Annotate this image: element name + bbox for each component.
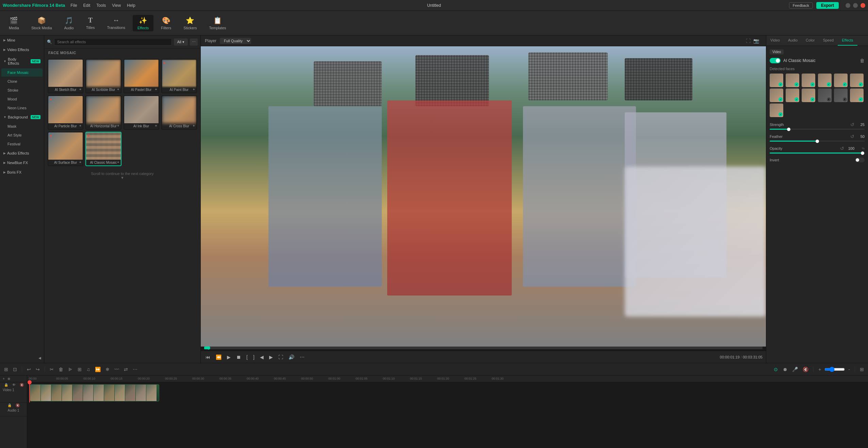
face-thumb-2[interactable]: ✓ <box>786 74 799 87</box>
tl-voiceover-button[interactable]: 🎤 <box>791 366 799 373</box>
preview-progress-bar[interactable] <box>204 347 763 349</box>
face-thumb-4[interactable]: ✓ <box>818 74 832 87</box>
effect-card-particle-blur[interactable]: AI Particle Blur ♥ + <box>48 95 83 130</box>
filter-all-button[interactable]: All ▾ <box>174 38 188 46</box>
face-thumb-6[interactable]: ✓ <box>850 74 864 87</box>
export-button[interactable]: Export <box>816 2 839 9</box>
tab-speed[interactable]: Speed <box>819 35 838 46</box>
face-thumb-1[interactable]: ✓ <box>770 74 783 87</box>
tl-reverse-button[interactable]: ⇄ <box>122 366 129 373</box>
tab-audio[interactable]: Audio <box>784 35 802 46</box>
stop-button[interactable]: ⏹ <box>235 354 242 361</box>
tl-video-mute-button[interactable]: 🔇 <box>18 382 25 387</box>
effect-card-sketch-blur[interactable]: AI Sketch Blur + <box>48 59 83 93</box>
tl-motion-button[interactable]: 〰 <box>113 366 120 373</box>
face-thumb-8[interactable]: ✓ <box>786 89 799 102</box>
feather-reset-button[interactable]: ↺ <box>850 134 854 139</box>
mark-out-button[interactable]: ] <box>252 354 256 361</box>
tl-audio-lock-button[interactable]: 🔒 <box>6 403 13 408</box>
tool-media[interactable]: 🎬 Media <box>4 15 24 31</box>
effect-card-horizontal-blur[interactable]: AI Horizontal Blur + <box>85 95 121 130</box>
tl-zoom-out-button[interactable]: - <box>847 366 851 373</box>
tl-add-track-button[interactable]: ⊞ <box>3 366 10 373</box>
feedback-button[interactable]: Feedback <box>789 2 813 9</box>
fullscreen-icon[interactable]: ⛶ <box>746 38 751 44</box>
play-button[interactable]: ▶ <box>226 354 232 361</box>
tl-zoom-in-button[interactable]: + <box>817 366 822 373</box>
mark-in-button[interactable]: [ <box>245 354 249 361</box>
tool-effects[interactable]: ✨ Effects <box>133 15 153 31</box>
section-newblue-fx[interactable]: ▶ NewBlue FX <box>0 158 44 167</box>
section-mine[interactable]: ▶ Mine <box>0 35 44 45</box>
menu-tools[interactable]: Tools <box>96 3 106 8</box>
tl-video-visible-button[interactable]: 👁 <box>11 382 17 387</box>
effects-more-button[interactable]: ⋯ <box>190 38 198 46</box>
effect-card-cross-blur[interactable]: AI Cross Blur + <box>161 95 197 130</box>
tool-stickers[interactable]: ⭐ Stickers <box>179 15 201 31</box>
face-thumb-3[interactable]: ✓ <box>802 74 815 87</box>
tool-stock-media[interactable]: 📦 Stock Media <box>27 15 57 31</box>
snapshot-icon[interactable]: 📷 <box>753 38 759 44</box>
next-frame-button[interactable]: ▶ <box>268 354 274 361</box>
video-clip-1[interactable] <box>30 384 159 401</box>
effect-card-surface-blur[interactable]: AI Surface Blur ♥ + <box>48 132 83 166</box>
panel-item-art-style[interactable]: Art Style <box>1 131 43 139</box>
tl-more-button[interactable]: ⋯ <box>131 366 139 373</box>
face-thumb-9[interactable]: ✓ <box>802 89 815 102</box>
face-thumb-12[interactable]: ✓ <box>850 89 864 102</box>
panel-item-stroke[interactable]: Stroke <box>1 86 43 94</box>
opacity-reset-button[interactable]: ↺ <box>840 146 844 151</box>
tl-crop-button[interactable]: ⊞ <box>76 366 83 373</box>
collapse-left-panel-button[interactable]: ◀ <box>38 356 41 360</box>
strength-track[interactable] <box>770 129 865 130</box>
strength-thumb[interactable] <box>787 128 790 131</box>
menu-file[interactable]: File <box>70 3 77 8</box>
quality-select[interactable]: Full Quality 1/2 Quality 1/4 Quality <box>220 38 251 44</box>
tab-color[interactable]: Color <box>802 35 819 46</box>
step-back-button[interactable]: ⏪ <box>214 354 223 361</box>
tl-cut-button[interactable]: ✂ <box>48 366 55 373</box>
volume-button[interactable]: 🔊 <box>287 354 296 361</box>
section-video-effects[interactable]: ▶ Video Effects <box>0 45 44 54</box>
section-body-effects[interactable]: ▼ Body Effects NEW <box>0 54 44 68</box>
more-preview-button[interactable]: ⋯ <box>298 354 306 361</box>
face-thumb-11[interactable]: ✗ <box>834 89 848 102</box>
tl-group-button[interactable]: ⊡ <box>12 366 18 373</box>
tl-zoom-slider[interactable] <box>824 367 845 372</box>
effect-card-ink-blur[interactable]: AI Ink Blur + <box>124 95 159 130</box>
tl-split-button[interactable]: ⫸ <box>67 366 74 373</box>
tab-effects[interactable]: Effects <box>838 35 857 46</box>
tool-transitions[interactable]: ↔ Transitions <box>102 15 130 31</box>
tl-video-lock-button[interactable]: 🔒 <box>3 382 10 387</box>
section-boris-fx[interactable]: ▶ Boris FX <box>0 167 44 177</box>
menu-help[interactable]: Help <box>127 3 135 8</box>
tl-freeze-button[interactable]: ❄ <box>104 366 111 373</box>
tool-audio[interactable]: 🎵 Audio <box>60 15 79 31</box>
invert-toggle[interactable] <box>855 158 865 162</box>
section-audio-effects[interactable]: ▶ Audio Effects <box>0 148 44 158</box>
effect-card-pastel-blur[interactable]: AI Pastel Blur + <box>124 59 159 93</box>
panel-item-festival[interactable]: Festival <box>1 140 43 148</box>
effect-card-paint-blur[interactable]: AI Paint Blur ♥ + <box>161 59 197 93</box>
feather-track[interactable] <box>770 141 865 142</box>
panel-item-face-mosaic[interactable]: Face Mosaic <box>1 68 43 77</box>
delete-effect-button[interactable]: 🗑 <box>860 58 865 63</box>
minimize-button[interactable] <box>846 3 850 8</box>
menu-view[interactable]: View <box>112 3 121 8</box>
tl-grid-button[interactable]: ⊞ <box>858 366 865 373</box>
effects-search-input[interactable] <box>54 38 172 46</box>
opacity-thumb[interactable] <box>861 151 864 155</box>
skip-back-button[interactable]: ⏮ <box>204 354 212 361</box>
panel-item-mask[interactable]: Mask <box>1 122 43 130</box>
tl-record-button[interactable]: ⏺ <box>781 366 789 373</box>
close-button[interactable] <box>861 3 865 8</box>
tl-audio-mute-button[interactable]: 🔇 <box>14 403 21 408</box>
effect-card-scribble-blur[interactable]: AI Scribble Blur + <box>85 59 121 93</box>
tl-add-video-button[interactable]: + <box>1 376 6 381</box>
section-background[interactable]: ▼ Background NEW <box>0 112 44 122</box>
tool-filters[interactable]: 🎨 Filters <box>156 15 176 31</box>
tl-speed-button[interactable]: ⏩ <box>94 366 102 373</box>
face-thumb-7[interactable]: ✓ <box>770 89 783 102</box>
tl-add-video2-button[interactable]: ⊕ <box>6 376 12 381</box>
tl-snap-button[interactable]: ⊙ <box>772 366 779 373</box>
